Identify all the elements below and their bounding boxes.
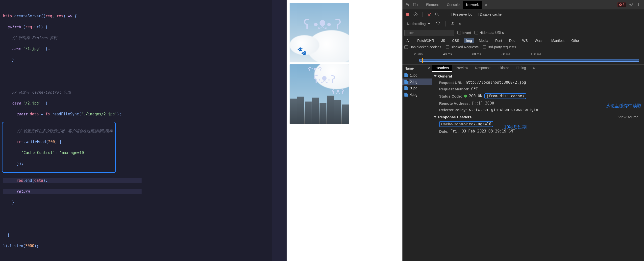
type-other[interactable]: Othe <box>569 38 581 43</box>
status-code-row: Status Code: 200 OK (from disk cache) <box>432 92 644 100</box>
detail-tab-response[interactable]: Response <box>472 65 494 72</box>
tab-more[interactable]: » <box>482 1 490 9</box>
timeline-tick: 20 ms <box>414 52 443 57</box>
code-line: switch (req.url) { <box>3 24 284 30</box>
third-party-checkbox[interactable]: 3rd-party requests <box>483 45 516 49</box>
cache-control-row: Cache-Control: max-age=10 <box>432 120 644 128</box>
request-row[interactable]: 1.jpg <box>402 72 432 79</box>
error-badge[interactable]: 6 <box>617 2 626 7</box>
type-wasm[interactable]: Wasm <box>532 38 546 43</box>
general-section-header[interactable]: General <box>432 72 644 79</box>
detail-tab-headers[interactable]: Headers <box>432 65 452 72</box>
svg-rect-0 <box>413 3 416 6</box>
type-doc[interactable]: Doc <box>507 38 517 43</box>
code-line: case '/2.jpg': { <box>3 101 284 106</box>
detail-tab-initiator[interactable]: Initiator <box>494 65 512 72</box>
request-row[interactable]: 3.jpg <box>402 85 432 91</box>
file-icon <box>404 93 408 97</box>
response-headers-section-header[interactable]: Response Headers View source <box>432 113 644 120</box>
tab-network[interactable]: Network <box>463 1 482 9</box>
throttling-select[interactable]: No throttling <box>405 21 432 27</box>
request-row[interactable]: 4.jpg <box>402 91 432 98</box>
type-manifest[interactable]: Manifest <box>550 38 566 43</box>
type-all[interactable]: All <box>404 38 412 43</box>
request-row[interactable]: 2.jpg <box>402 79 432 85</box>
throttling-row: No throttling <box>402 19 644 28</box>
type-media[interactable]: Media <box>477 38 490 43</box>
hide-data-urls-checkbox[interactable]: Hide data URLs <box>474 31 504 35</box>
devtools-tabbar: Elements Console Network » 6 <box>402 0 644 10</box>
code-line <box>3 68 284 73</box>
filter-icon[interactable] <box>426 12 432 17</box>
device-toggle-icon[interactable] <box>413 2 418 7</box>
request-details: Headers Preview Response Initiator Timin… <box>432 65 644 261</box>
code-line: return; <box>3 189 142 194</box>
inspect-icon[interactable] <box>406 2 410 7</box>
code-line: }); <box>4 161 114 166</box>
annotation-expire: 10秒后过期 <box>504 124 527 130</box>
code-line: res.writeHead(200, { <box>4 139 114 145</box>
disable-cache-checkbox[interactable]: Disable cache <box>475 12 502 16</box>
blocked-cookies-checkbox[interactable]: Has blocked cookies <box>404 45 441 49</box>
clear-icon[interactable] <box>413 12 418 17</box>
detail-tab-more[interactable]: » <box>530 65 538 72</box>
preserve-log-checkbox[interactable]: Preserve log <box>448 12 472 16</box>
invert-checkbox[interactable]: Invert <box>458 31 471 35</box>
svg-point-4 <box>638 3 639 4</box>
view-source-link[interactable]: View source <box>618 115 638 119</box>
timeline-tick: 80 ms <box>502 52 531 57</box>
blocked-requests-checkbox[interactable]: Blocked Requests <box>446 45 479 49</box>
filter-section: Invert Hide data URLs All Fetch/XHR JS C… <box>402 28 644 51</box>
type-img[interactable]: Img <box>464 38 474 43</box>
tab-elements[interactable]: Elements <box>423 1 443 9</box>
close-icon[interactable]: × <box>428 66 430 71</box>
network-toolbar: Preserve log Disable cache <box>402 10 644 19</box>
timeline-tick: 100 ms <box>531 52 560 57</box>
svg-point-8 <box>436 13 438 15</box>
tab-console[interactable]: Console <box>444 1 462 9</box>
filter-input[interactable] <box>404 30 454 36</box>
svg-point-3 <box>630 4 632 6</box>
preview-image-1: ʕ •ᴥ• ʔ 🐾 <box>290 3 349 62</box>
error-count: 6 <box>622 3 624 7</box>
network-timeline[interactable]: 20 ms 40 ms 60 ms 80 ms 100 ms <box>402 51 644 65</box>
code-line: } <box>3 200 284 205</box>
type-ws[interactable]: WS <box>520 38 530 43</box>
date-row: Date:Fri, 03 Feb 2023 08:29:19 GMT <box>432 128 644 134</box>
request-list: Name × 1.jpg 2.jpg 3.jpg 4.jpg <box>402 65 432 261</box>
timeline-tick: 60 ms <box>472 52 502 57</box>
record-button[interactable] <box>405 12 410 17</box>
type-font[interactable]: Font <box>493 38 504 43</box>
svg-point-9 <box>438 25 438 25</box>
code-line <box>3 79 284 84</box>
search-icon[interactable] <box>434 12 440 17</box>
upload-icon[interactable] <box>451 21 455 26</box>
download-icon[interactable] <box>458 21 462 26</box>
code-line: http.createServer((req, res) => { <box>3 13 284 19</box>
timeline-bar <box>419 59 639 62</box>
settings-icon[interactable] <box>629 2 634 7</box>
kebab-icon[interactable] <box>636 2 641 7</box>
code-line: 'Cache-Control': 'max-age=10' <box>4 150 114 155</box>
code-line: case '/1.jpg': {… <box>3 46 284 52</box>
detail-tab-preview[interactable]: Preview <box>452 65 472 72</box>
status-dot-icon <box>464 95 467 98</box>
minimap[interactable] <box>272 0 286 261</box>
file-icon <box>404 73 408 77</box>
code-editor[interactable]: http.createServer((req, res) => { switch… <box>0 0 286 261</box>
file-icon <box>404 80 408 84</box>
wifi-icon[interactable] <box>436 21 440 26</box>
svg-point-6 <box>638 5 639 6</box>
code-highlight-box: // 设置资源在多少秒后过期，客户端会在过期前读取缓存 res.writeHea… <box>2 122 116 173</box>
type-js[interactable]: JS <box>439 38 447 43</box>
browser-preview: ʕ •ᴥ• ʔ 🐾 ʕ·ᴥ·ʔ ʕᵔᴥᵔʔ ʕ·ᴥ·ʔ <box>286 0 402 261</box>
code-line: const data = fs.readFileSync('./images/2… <box>3 111 284 117</box>
type-fetchxhr[interactable]: Fetch/XHR <box>415 38 436 43</box>
detail-tab-timing[interactable]: Timing <box>512 65 530 72</box>
code-line <box>3 210 284 216</box>
code-line: res.end(data); <box>3 178 142 183</box>
type-css[interactable]: CSS <box>450 38 461 43</box>
svg-point-5 <box>638 4 639 5</box>
code-line: } <box>3 232 284 238</box>
devtools-panel: Elements Console Network » 6 Preserve lo… <box>402 0 644 261</box>
